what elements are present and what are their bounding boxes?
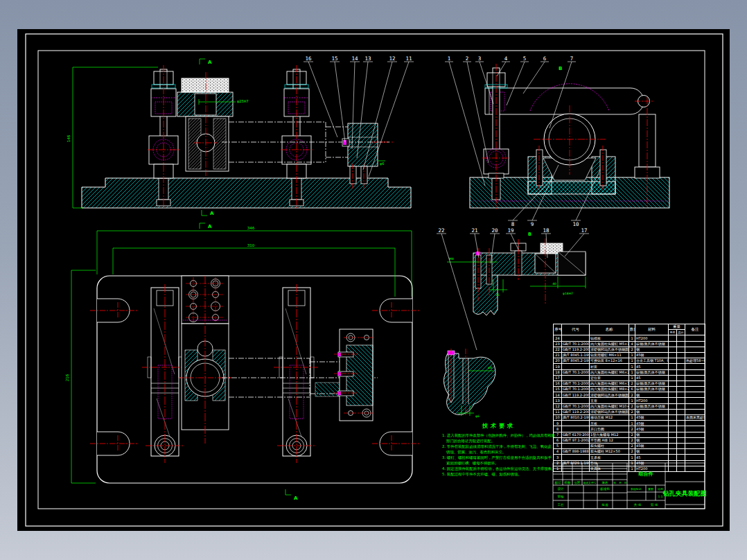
bom-cell: 1 xyxy=(629,352,635,358)
tb-gongyi: 工艺 xyxy=(558,503,564,507)
bom-cell: 1 xyxy=(629,460,635,466)
bom-cell: GB/T 6170-2000 xyxy=(562,432,590,437)
bom-cell: HT200 xyxy=(635,335,669,341)
bom-cell xyxy=(677,341,685,347)
section-mark-a2: A xyxy=(210,211,214,216)
balloon: 22 xyxy=(438,227,444,234)
bom-cell: 45钢 xyxy=(635,352,669,358)
bom-row: 20JB/T 8045.2-1999可换钻套 8×12×161合金工具钢 T10… xyxy=(554,358,705,364)
bom-cell xyxy=(669,443,677,448)
bom-cell xyxy=(562,398,590,403)
bom-cell: 1 xyxy=(629,415,635,421)
dim-front-height: 146 xyxy=(67,134,71,142)
bom-cell xyxy=(685,335,705,341)
bom-cell xyxy=(685,369,705,375)
bom-cell xyxy=(669,358,677,364)
bom-cell xyxy=(669,341,677,347)
bom-cell: 夹具体 xyxy=(590,466,629,471)
bom-cell: 22 xyxy=(554,347,562,352)
bom-cell: 支承板 xyxy=(590,455,629,460)
dim-front-bore: φ25H7 xyxy=(237,99,249,104)
bom-cell: 内六角圆柱头螺钉 M10×30 xyxy=(590,403,629,409)
bom-cell xyxy=(677,466,685,471)
bom-row: 8开口垫圈245钢 xyxy=(554,426,705,432)
bom-cell xyxy=(677,403,685,409)
bom-cell xyxy=(677,335,685,341)
bom-cell: 定位套 xyxy=(590,375,629,380)
bom-cell xyxy=(669,398,677,403)
bom-row: 2JB/T 8029.1-1999垫块145钢 xyxy=(554,460,705,466)
bom-cell xyxy=(685,352,705,358)
bom-row: 19衬套145 xyxy=(554,364,705,369)
bom-cell: 1 xyxy=(629,466,635,471)
bom-cell xyxy=(562,335,590,341)
bom-cell xyxy=(685,380,705,386)
bom-cell xyxy=(669,432,677,437)
tb-sheji: 设计 xyxy=(558,487,564,491)
bom-cell xyxy=(677,449,685,455)
bill-of-materials: 序号代号名称数量材料重量备注单件总计 24钻模板1HT20023GB/T 70.… xyxy=(553,324,705,472)
balloon: 5 xyxy=(523,55,527,62)
bom-cell xyxy=(677,369,685,375)
bom-cell xyxy=(677,455,685,460)
bom-cell: 支座 xyxy=(590,398,629,403)
tech-note-item: 2. 零件在装配前必须清理和清洗干净，不得有毛刺、飞边、氧化皮、锈蚀、切屑、油污… xyxy=(442,444,556,455)
bom-cell: JB/T 8010.2-1999 xyxy=(562,415,590,421)
bom-cell: 碳钢/奥氏体不锈钢 xyxy=(635,341,669,347)
bom-cell xyxy=(685,347,705,352)
bom-row: 21JB/T 8045.1-1999钻套用螺钉 M6×11145钢 xyxy=(554,352,705,358)
bom-cell xyxy=(685,341,705,347)
bom-cell xyxy=(685,437,705,443)
balloon: 12 xyxy=(389,55,395,62)
side-view: B 1 2 3 4 5 6 7 xyxy=(445,55,669,227)
dim-det-1: φ8 xyxy=(488,366,492,369)
tb-chushu: 处数 xyxy=(565,481,571,484)
dim-plan-w: 346 xyxy=(247,226,255,230)
bom-cell: 2 xyxy=(629,443,635,448)
bom-cell: 合金工具钢 T10A、9SiCr 等 xyxy=(635,358,669,364)
bom-cell: JB/T 8045.2-1999 xyxy=(562,358,590,364)
tb-riqi: 年、月、日 xyxy=(614,481,627,484)
dim-sec-left: M8 xyxy=(449,257,454,261)
bom-cell xyxy=(677,352,685,358)
bom-cell: 45钢 xyxy=(635,443,669,448)
bom-cell: 23 xyxy=(554,341,562,347)
bom-row: 1夹具体1HT200 xyxy=(554,466,705,471)
dim-sec-bottom: 25 xyxy=(495,293,500,297)
bom-cell xyxy=(677,443,685,448)
bom-cell: 45钢 xyxy=(635,421,669,426)
bom-cell xyxy=(562,466,590,471)
bom-cell: 2 xyxy=(629,409,635,414)
dim-sec-width: 40 xyxy=(552,282,556,286)
tb-qianming: 签名 xyxy=(602,481,608,484)
section-mark-b2: B xyxy=(528,231,531,237)
bom-row: 17定位套145 xyxy=(554,375,705,380)
bom-cell xyxy=(685,375,705,380)
bom-cell xyxy=(669,415,677,421)
dim-det-2: φ6 xyxy=(475,414,480,418)
bom-cell: 开口垫圈 xyxy=(590,426,629,432)
bom-cell xyxy=(685,421,705,426)
bom-cell xyxy=(677,375,685,380)
bom-cell xyxy=(669,375,677,380)
tb-di: 第 张 xyxy=(651,503,658,507)
bom-cell: 16 xyxy=(554,380,562,386)
bom-row: 3支承板145 xyxy=(554,455,705,460)
bom-cell xyxy=(669,409,677,414)
bom-cell: GB/T 70.1-2000 xyxy=(562,341,590,347)
bom-cell: 可换钻套 8×12×16 xyxy=(590,358,629,364)
bom-cell: 45钢 xyxy=(635,426,669,432)
bom-cell xyxy=(677,415,685,421)
balloon: 2 xyxy=(466,55,469,62)
bom-cell xyxy=(669,466,677,471)
bom-cell xyxy=(677,380,685,386)
bom-header: 序号代号名称数量材料重量备注单件总计 xyxy=(554,324,705,335)
bom-cell xyxy=(669,352,677,358)
balloon: 15 xyxy=(331,55,337,62)
bom-cell: 双头螺柱 M12×50 xyxy=(590,449,629,455)
tech-notes-list: 1. 进入装配的零件及部件（包括外购件、外协件），均必须具有检验部门的合格证方能… xyxy=(442,432,556,477)
bom-cell: 内六角圆柱头螺钉 M6×16 xyxy=(590,380,629,386)
bom-cell: 12 xyxy=(554,403,562,409)
tb-biaoji: 标记 xyxy=(555,481,561,484)
bom-cell: 内六角圆柱头螺钉 M5×16 xyxy=(590,341,629,347)
